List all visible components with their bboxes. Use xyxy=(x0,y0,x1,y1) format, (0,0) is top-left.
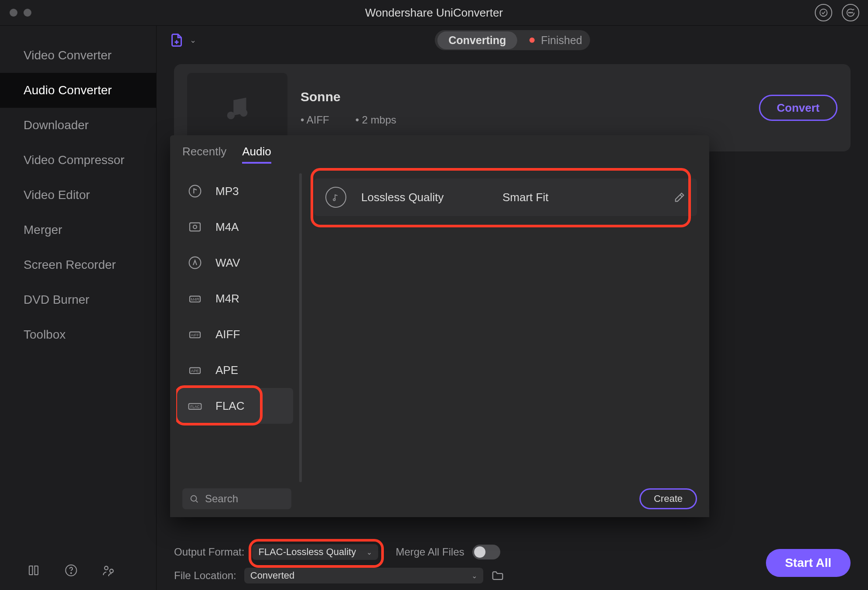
svg-text:M4R: M4R xyxy=(191,297,199,302)
file-thumbnail xyxy=(187,73,287,143)
format-item-wav[interactable]: WAV xyxy=(176,245,293,281)
sidebar: Video Converter Audio Converter Download… xyxy=(0,26,157,590)
sidebar-item-toolbox[interactable]: Toolbox xyxy=(0,317,156,352)
file-subinfo: AIFF 2 mbps xyxy=(301,114,746,126)
open-folder-icon[interactable] xyxy=(491,569,504,582)
chevron-down-icon[interactable]: ⌄ xyxy=(190,35,196,45)
convert-button[interactable]: Convert xyxy=(759,95,837,121)
feedback-icon[interactable] xyxy=(842,4,859,21)
quality-label: Lossless Quality xyxy=(361,191,488,204)
flac-icon: FLAC xyxy=(186,397,204,415)
file-codec: AIFF xyxy=(301,114,329,126)
app-title: Wondershare UniConverter xyxy=(0,0,868,25)
tab-converting[interactable]: Converting xyxy=(437,31,517,49)
traffic-lights[interactable] xyxy=(0,9,31,17)
output-format-label: Output Format: xyxy=(174,546,244,558)
ape-icon: APE xyxy=(186,361,204,379)
svg-text:APE: APE xyxy=(191,369,199,373)
sidebar-footer xyxy=(0,563,156,578)
file-location-select[interactable]: Converted ⌄ xyxy=(244,568,483,583)
svg-rect-11 xyxy=(190,223,200,231)
wav-icon xyxy=(186,254,204,272)
svg-point-12 xyxy=(193,225,197,229)
format-item-aiff[interactable]: AIFF AIFF xyxy=(176,316,293,352)
format-item-m4r[interactable]: M4R M4R xyxy=(176,281,293,316)
svg-point-13 xyxy=(189,257,201,269)
search-icon xyxy=(189,494,199,504)
sidebar-item-video-converter[interactable]: Video Converter xyxy=(0,38,156,73)
aiff-icon: AIFF xyxy=(186,325,204,343)
community-icon[interactable] xyxy=(101,563,116,578)
start-all-button[interactable]: Start All xyxy=(766,549,851,577)
tutorial-icon[interactable] xyxy=(26,563,41,578)
format-item-mp3[interactable]: MP3 xyxy=(176,173,293,209)
add-file-button[interactable]: ⌄ xyxy=(169,32,196,48)
format-item-ape[interactable]: APE APE xyxy=(176,352,293,388)
format-popup: Recently Audio MP3 M4A WAV xyxy=(170,135,709,517)
sidebar-item-video-editor[interactable]: Video Editor xyxy=(0,178,156,213)
svg-point-8 xyxy=(227,112,235,120)
edit-quality-icon[interactable] xyxy=(673,191,686,203)
svg-point-1 xyxy=(850,12,851,13)
m4a-icon xyxy=(186,218,204,236)
titlebar: Wondershare UniConverter xyxy=(0,0,868,26)
merge-toggle[interactable] xyxy=(472,545,500,559)
quality-row-lossless[interactable]: Lossless Quality Smart Fit xyxy=(314,178,697,216)
svg-point-0 xyxy=(820,9,827,17)
search-placeholder: Search xyxy=(205,493,238,505)
minimize-window-dot[interactable] xyxy=(24,9,31,17)
file-location-label: File Location: xyxy=(174,569,236,582)
file-bitrate: 2 mbps xyxy=(355,114,396,126)
tab-finished-label: Finished xyxy=(541,34,582,47)
quality-fit: Smart Fit xyxy=(502,191,659,204)
svg-point-5 xyxy=(71,573,72,573)
merge-label: Merge All Files xyxy=(396,546,464,558)
output-format-value: FLAC-Lossless Quality xyxy=(258,546,356,558)
main-toolbar: ⌄ Converting Finished xyxy=(157,26,868,55)
music-note-icon xyxy=(325,187,346,208)
format-list: MP3 M4A WAV M4R M4R AIFF xyxy=(170,167,299,517)
tab-finished[interactable]: Finished xyxy=(530,34,582,47)
account-icon[interactable] xyxy=(815,4,832,21)
sidebar-item-audio-converter[interactable]: Audio Converter xyxy=(0,73,156,108)
popup-tab-recently[interactable]: Recently xyxy=(182,145,226,164)
sidebar-item-merger[interactable]: Merger xyxy=(0,213,156,247)
svg-point-22 xyxy=(191,496,197,501)
svg-point-23 xyxy=(333,199,335,201)
sidebar-item-downloader[interactable]: Downloader xyxy=(0,108,156,143)
svg-point-10 xyxy=(189,185,201,197)
status-tabs: Converting Finished xyxy=(434,30,590,50)
file-location-value: Converted xyxy=(250,570,295,581)
app-window: Wondershare UniConverter Video Converter… xyxy=(0,0,868,590)
music-note-icon xyxy=(186,182,204,200)
file-title: Sonne xyxy=(301,89,746,104)
chevron-down-icon: ⌄ xyxy=(472,572,477,580)
m4r-icon: M4R xyxy=(186,289,204,308)
create-button[interactable]: Create xyxy=(639,488,697,509)
svg-point-2 xyxy=(848,12,849,13)
svg-text:FLAC: FLAC xyxy=(190,405,200,409)
svg-text:AIFF: AIFF xyxy=(191,333,199,337)
notification-dot-icon xyxy=(530,38,535,43)
chevron-down-icon: ⌄ xyxy=(366,548,372,556)
sidebar-item-dvd-burner[interactable]: DVD Burner xyxy=(0,282,156,317)
quality-panel: Lossless Quality Smart Fit Create xyxy=(302,167,709,517)
svg-point-9 xyxy=(240,109,248,117)
close-window-dot[interactable] xyxy=(10,9,17,17)
format-search[interactable]: Search xyxy=(182,488,291,509)
popup-tab-audio[interactable]: Audio xyxy=(242,145,271,164)
format-item-flac[interactable]: FLAC FLAC xyxy=(176,388,293,424)
output-format-select[interactable]: FLAC-Lossless Quality ⌄ xyxy=(252,544,378,560)
svg-point-7 xyxy=(110,569,113,573)
sidebar-item-screen-recorder[interactable]: Screen Recorder xyxy=(0,247,156,282)
svg-point-3 xyxy=(852,12,853,13)
svg-point-6 xyxy=(105,566,108,570)
sidebar-item-video-compressor[interactable]: Video Compressor xyxy=(0,143,156,178)
help-icon[interactable] xyxy=(64,563,79,578)
format-item-m4a[interactable]: M4A xyxy=(176,209,293,245)
